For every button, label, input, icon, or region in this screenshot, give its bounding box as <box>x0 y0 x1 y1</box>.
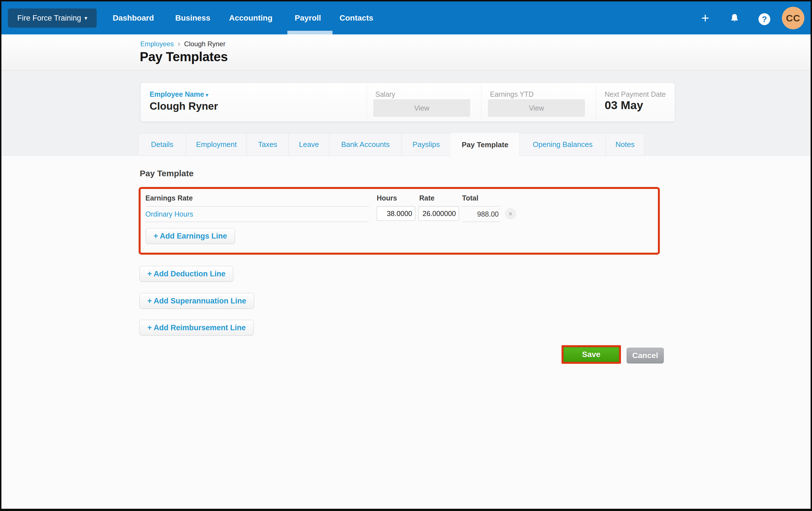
active-nav-indicator <box>287 31 332 34</box>
org-name: Fire Force Training <box>17 14 81 23</box>
app-window: Fire Force Training ▾ Dashboard Business… <box>1 1 811 509</box>
page-title: Pay Templates <box>140 49 228 64</box>
breadcrumb-separator-icon: › <box>178 39 180 48</box>
card-divider <box>596 85 596 120</box>
plus-icon[interactable]: + <box>697 10 713 26</box>
avatar[interactable]: CC <box>782 7 804 29</box>
chevron-down-icon: ▾ <box>206 92 208 98</box>
tab-bank-accounts[interactable]: Bank Accounts <box>329 133 402 156</box>
nav-item-payroll[interactable]: Payroll <box>295 1 321 34</box>
org-selector-button[interactable]: Fire Force Training ▾ <box>8 8 97 28</box>
add-deduction-line-button[interactable]: + Add Deduction Line <box>140 266 233 282</box>
salary-label: Salary <box>375 90 395 99</box>
earnings-ytd-view-button[interactable]: View <box>488 99 585 117</box>
earnings-rate-link[interactable]: Ordinary Hours <box>145 210 193 218</box>
tab-leave[interactable]: Leave <box>289 133 329 156</box>
employee-summary-card: Employee Name▾ Clough Ryner Salary View … <box>140 83 675 122</box>
col-header-hours: Hours <box>377 194 397 202</box>
cancel-button[interactable]: Cancel <box>627 348 664 364</box>
next-payment-label: Next Payment Date <box>605 90 666 99</box>
tab-pay-template[interactable]: Pay Template <box>451 133 520 156</box>
remove-line-icon[interactable]: ✕ <box>505 208 516 219</box>
rate-input[interactable] <box>418 206 459 221</box>
nav-item-contacts[interactable]: Contacts <box>340 1 373 34</box>
next-payment-date: 03 May <box>605 99 643 112</box>
breadcrumb: Employees › Clough Ryner <box>140 39 225 48</box>
top-navbar: Fire Force Training ▾ Dashboard Business… <box>1 1 811 34</box>
help-icon[interactable]: ? <box>758 13 770 25</box>
tab-payslips[interactable]: Payslips <box>402 133 451 156</box>
col-header-earnings-rate: Earnings Rate <box>145 194 193 202</box>
add-reimbursement-line-button[interactable]: + Add Reimbursement Line <box>140 320 254 335</box>
col-header-rate: Rate <box>419 194 434 202</box>
card-divider <box>367 85 367 120</box>
save-highlight-box: Save <box>561 345 621 364</box>
nav-item-business[interactable]: Business <box>175 1 210 34</box>
screenshot-frame: Fire Force Training ▾ Dashboard Business… <box>0 0 812 511</box>
save-button[interactable]: Save <box>563 347 619 362</box>
add-earnings-line-button[interactable]: + Add Earnings Line <box>146 228 235 244</box>
hours-input[interactable] <box>377 206 415 221</box>
table-divider <box>145 222 369 222</box>
earnings-highlight-box <box>139 187 660 254</box>
table-divider <box>145 206 369 207</box>
tab-opening-balances[interactable]: Opening Balances <box>520 133 606 156</box>
employee-name-label: Employee Name <box>150 90 204 98</box>
salary-view-button[interactable]: View <box>373 99 470 117</box>
total-value: 988.00 <box>462 206 500 222</box>
tab-details[interactable]: Details <box>138 133 186 156</box>
chevron-down-icon: ▾ <box>85 15 87 21</box>
nav-item-dashboard[interactable]: Dashboard <box>113 1 154 34</box>
bell-icon[interactable] <box>729 13 740 24</box>
employee-name-dropdown[interactable]: Employee Name▾ <box>150 90 208 99</box>
earnings-ytd-label: Earnings YTD <box>490 90 533 99</box>
nav-item-accounting[interactable]: Accounting <box>229 1 272 34</box>
col-header-total: Total <box>462 194 478 202</box>
add-superannuation-line-button[interactable]: + Add Superannuation Line <box>140 293 254 309</box>
tab-taxes[interactable]: Taxes <box>246 133 289 156</box>
breadcrumb-employees-link[interactable]: Employees <box>140 40 174 48</box>
tab-notes[interactable]: Notes <box>606 133 645 156</box>
section-title: Pay Template <box>140 169 194 178</box>
employee-name: Clough Ryner <box>150 100 218 112</box>
page-header: Employees › Clough Ryner Pay Templates <box>1 34 811 71</box>
main-content: Pay Template Earnings Rate Hours Rate To… <box>1 156 811 509</box>
tab-employment[interactable]: Employment <box>186 133 247 156</box>
breadcrumb-current: Clough Ryner <box>184 40 225 48</box>
card-divider <box>481 85 482 120</box>
